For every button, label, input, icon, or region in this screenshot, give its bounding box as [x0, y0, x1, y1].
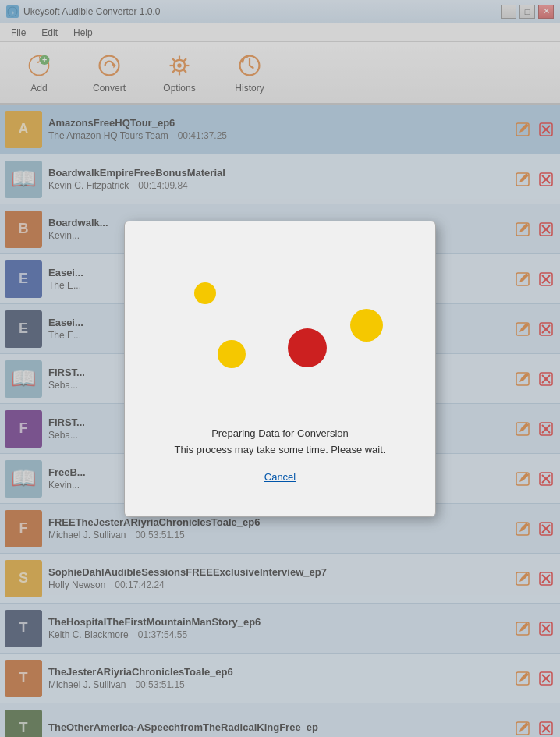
modal-line1: Preparing Data for Conversion — [175, 426, 386, 442]
modal-message: Preparing Data for Conversion This proce… — [175, 426, 386, 459]
dot-yellow-small — [194, 282, 216, 304]
dot-yellow-right — [350, 309, 383, 342]
modal-line2: This process may take some time. Please … — [175, 442, 386, 459]
dot-red — [288, 328, 327, 367]
conversion-modal: Preparing Data for Conversion This proce… — [124, 221, 436, 517]
modal-overlay: Preparing Data for Conversion This proce… — [0, 0, 560, 737]
loading-animation — [171, 254, 389, 410]
cancel-button[interactable]: Cancel — [264, 471, 296, 483]
dot-yellow-left — [218, 340, 246, 368]
